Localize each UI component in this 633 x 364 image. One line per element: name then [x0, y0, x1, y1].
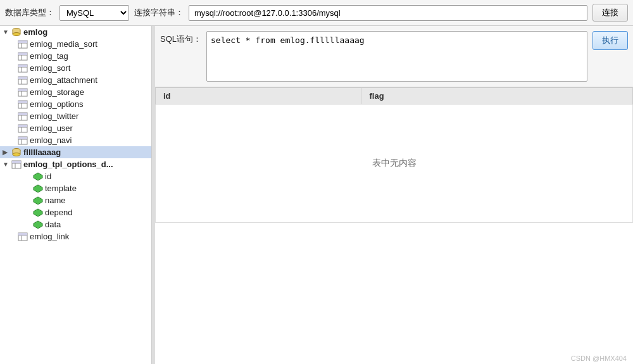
column-name: id: [45, 172, 51, 181]
table-icon: [18, 40, 28, 49]
svg-marker-54: [34, 221, 42, 229]
table-icon: [18, 76, 28, 85]
svg-rect-20: [18, 77, 27, 79]
sql-label: SQL语句：: [160, 31, 201, 45]
db-type-select[interactable]: MySQL: [60, 5, 129, 21]
table-icon: [18, 100, 28, 109]
table-icon: [11, 160, 22, 169]
svg-rect-49: [12, 161, 21, 163]
svg-rect-28: [18, 101, 27, 103]
expand-icon: ▶: [3, 149, 11, 156]
tree-table-emlog-sort[interactable]: emlog_sort: [0, 62, 151, 74]
tree-column-name[interactable]: name: [0, 194, 151, 206]
table-name: emlog_user: [30, 123, 73, 133]
db-name-flllllaaaag: flllllaaaag: [23, 147, 61, 157]
table-name: emlog_tpl_options_d...: [23, 160, 113, 169]
column-name: name: [45, 196, 66, 205]
db-icon: [11, 28, 22, 37]
col-header-flag: flag: [361, 88, 633, 104]
tree-table-emlog-user[interactable]: emlog_user: [0, 122, 151, 134]
svg-rect-24: [18, 89, 27, 91]
empty-row: 表中无内容: [156, 104, 633, 223]
svg-rect-40: [18, 137, 27, 139]
col-header-id: id: [156, 88, 361, 104]
tree-table-emlog-navi[interactable]: emlog_navi: [0, 134, 151, 146]
connect-button[interactable]: 连接: [592, 4, 628, 22]
svg-point-45: [13, 153, 20, 156]
svg-rect-32: [18, 113, 27, 115]
tree-table-emlog-twitter[interactable]: emlog_twitter: [0, 110, 151, 122]
conn-string-label: 连接字符串：: [134, 7, 184, 18]
tree-db-emlog[interactable]: ▼ emlog: [0, 26, 151, 38]
tree-column-data[interactable]: data: [0, 218, 151, 230]
tree-db-flllllaaaag[interactable]: ▶ flllllaaaag: [0, 146, 151, 158]
svg-rect-36: [18, 125, 27, 127]
db-icon: [11, 148, 22, 157]
results-table: id flag 表中无内容: [155, 87, 633, 223]
expand-icon: ▼: [3, 161, 11, 168]
column-icon: [33, 220, 43, 229]
tree-column-depend[interactable]: depend: [0, 206, 151, 218]
results-area: id flag 表中无内容 CSDN @HMX404: [155, 87, 633, 364]
column-icon: [33, 172, 43, 181]
expand-icon: ▼: [3, 28, 11, 35]
column-name: data: [45, 220, 61, 229]
table-name: emlog_sort: [30, 63, 70, 73]
table-name: emlog_media_sort: [30, 39, 97, 49]
sql-area: SQL语句： select * from emlog.flllllaaaag 执…: [155, 26, 633, 87]
table-icon: [18, 232, 28, 241]
conn-string-input[interactable]: [189, 5, 587, 21]
top-bar: 数据库类型： MySQL 连接字符串： 连接: [0, 0, 633, 26]
tree-table-emlog-attachment[interactable]: emlog_attachment: [0, 74, 151, 86]
table-icon: [18, 124, 28, 133]
table-name: emlog_attachment: [30, 75, 97, 85]
table-icon: [18, 136, 28, 145]
svg-rect-58: [18, 233, 27, 235]
svg-marker-50: [34, 173, 42, 180]
svg-rect-16: [18, 65, 27, 67]
tree-table-emlog-media-sort[interactable]: emlog_media_sort: [0, 38, 151, 50]
svg-rect-8: [18, 41, 27, 43]
table-name: emlog_navi: [30, 135, 72, 145]
db-name-emlog: emlog: [23, 27, 47, 37]
column-icon: [33, 196, 43, 205]
tree-table-emlog-tag[interactable]: emlog_tag: [0, 50, 151, 62]
tree-column-id[interactable]: id: [0, 170, 151, 182]
execute-button[interactable]: 执行: [592, 31, 628, 50]
svg-marker-53: [34, 209, 42, 217]
table-name: emlog_options: [30, 99, 84, 109]
table-icon: [18, 112, 28, 121]
right-panel: SQL语句： select * from emlog.flllllaaaag 执…: [155, 26, 633, 364]
svg-marker-52: [34, 197, 42, 204]
tree-table-emlog-options[interactable]: emlog_options: [0, 98, 151, 110]
column-name: depend: [45, 208, 72, 217]
column-icon: [33, 184, 43, 193]
table-icon: [18, 88, 28, 97]
tree-table-emlog-tpl-options[interactable]: ▼ emlog_tpl_options_d...: [0, 158, 151, 170]
db-type-label: 数据库类型：: [5, 7, 54, 18]
table-name: emlog_twitter: [30, 111, 78, 121]
table-icon: [18, 64, 28, 73]
main-layout: ▼ emlog emlog_media_sort: [0, 26, 633, 364]
tree-table-emlog-storage[interactable]: emlog_storage: [0, 86, 151, 98]
svg-marker-51: [34, 185, 42, 192]
column-icon: [33, 208, 43, 217]
sql-textarea[interactable]: select * from emlog.flllllaaaag: [206, 31, 587, 82]
table-name: emlog_tag: [30, 51, 68, 61]
column-name: template: [45, 184, 77, 193]
sidebar-tree: ▼ emlog emlog_media_sort: [0, 26, 152, 364]
table-icon: [18, 52, 28, 61]
tree-table-emlog-link[interactable]: emlog_link: [0, 230, 151, 242]
tree-column-template[interactable]: template: [0, 182, 151, 194]
svg-rect-12: [18, 53, 27, 55]
table-name: emlog_storage: [30, 87, 84, 97]
watermark: CSDN @HMX404: [571, 355, 627, 362]
table-name: emlog_link: [30, 232, 69, 241]
svg-point-4: [13, 32, 20, 35]
empty-message: 表中无内容: [162, 107, 626, 220]
